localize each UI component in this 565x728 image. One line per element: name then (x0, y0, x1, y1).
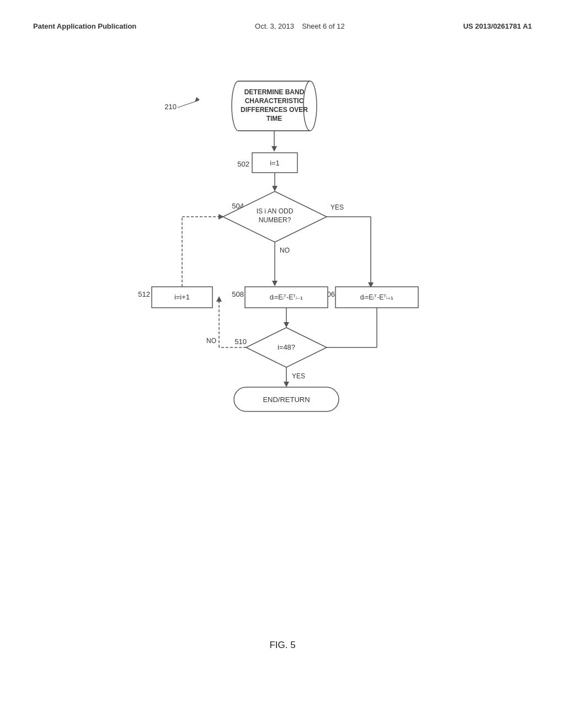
header-date: Oct. 3, 2013 (255, 22, 294, 30)
figure-caption: FIG. 5 (269, 640, 295, 651)
header-right: US 2013/0261781 A1 (463, 22, 532, 30)
svg-marker-10 (271, 146, 277, 152)
node-510-text: i=48? (278, 343, 295, 351)
svg-marker-1 (195, 97, 200, 102)
node-end-text: END/RETURN (263, 395, 310, 404)
page-header: Patent Application Publication Oct. 3, 2… (0, 0, 565, 30)
node-210-t3: DIFFERENCES OVER (241, 106, 308, 114)
label-508: 508 (232, 290, 244, 298)
svg-marker-19 (284, 322, 289, 328)
label-210: 210 (164, 103, 177, 111)
svg-marker-12 (272, 186, 278, 191)
no-label-504: NO (280, 247, 290, 254)
node-506-formula: dᵢ=Eᵢᵀ-Eᵀᵢ₊₁ (360, 293, 394, 301)
header-center: Oct. 3, 2013 Sheet 6 of 12 (255, 22, 345, 30)
yes-label-504: YES (331, 204, 344, 211)
node-512-text: i=i+1 (174, 293, 190, 301)
node-508-formula: dᵢ=Eᵢᵀ-Eᵀᵢ₋₁ (270, 293, 303, 301)
label-502: 502 (237, 160, 249, 168)
svg-marker-25 (216, 296, 222, 302)
node-210-t2: CHARACTERISTIC (245, 97, 304, 105)
label-510: 510 (234, 338, 247, 346)
node-210-t4: TIME (266, 115, 282, 122)
svg-marker-28 (218, 214, 224, 220)
yes-label-510: YES (292, 372, 305, 380)
label-512: 512 (138, 290, 150, 298)
node-210-t1: DETERMINE BAND (244, 88, 305, 96)
flowchart-container: 210 DETERMINE BAND CHARACTERISTIC DIFFER… (95, 72, 470, 568)
node-504-t2: NUMBER? (259, 216, 291, 224)
header-left: Patent Application Publication (33, 22, 136, 30)
main-flowchart-svg: 210 DETERMINE BAND CHARACTERISTIC DIFFER… (95, 72, 470, 529)
no-label-510: NO (206, 337, 216, 345)
svg-marker-17 (272, 281, 278, 286)
node-502-text: i=1 (270, 159, 280, 167)
node-504-t1: IS i AN ODD (257, 207, 294, 215)
svg-marker-30 (284, 382, 289, 387)
header-sheet: Sheet 6 of 12 (302, 22, 344, 30)
